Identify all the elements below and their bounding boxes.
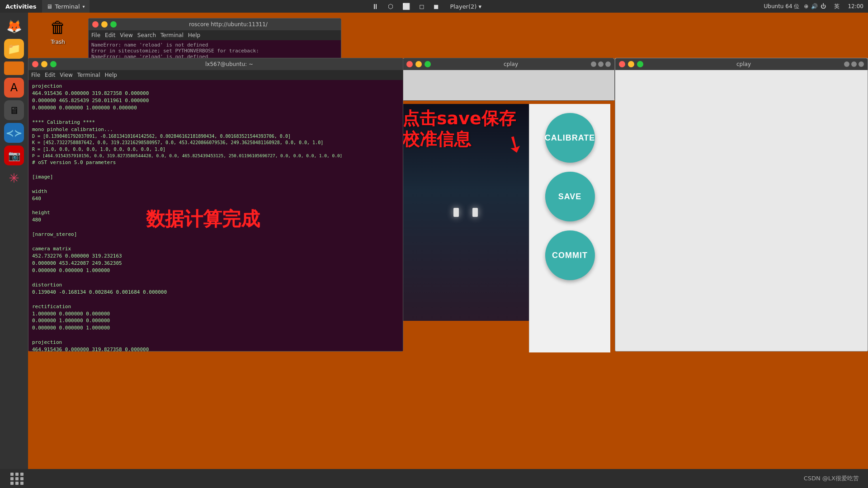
camera-view: 点击save保存 校准信息 ➘ xyxy=(402,104,529,321)
right-white-titlebar: cplay xyxy=(615,58,868,70)
cam-max-btn[interactable] xyxy=(425,61,431,67)
calibrate-button[interactable]: CALIBRATE xyxy=(545,113,595,163)
term2-menubar: File Edit View Terminal Help xyxy=(28,70,403,80)
activities-button[interactable]: Activities xyxy=(0,3,42,10)
topbar-network-icon[interactable]: ⊕ xyxy=(804,3,808,9)
term2-menu-file[interactable]: File xyxy=(31,72,40,78)
term1-max-btn[interactable] xyxy=(110,21,117,28)
rw-btn3[interactable] xyxy=(859,61,864,67)
grid-dots-icon xyxy=(10,473,24,485)
topbar-sound-icon[interactable]: 🔊 xyxy=(811,3,818,9)
dock-terminal[interactable]: 🖥 xyxy=(4,100,24,120)
cam-min-btn[interactable] xyxy=(415,61,422,67)
dock: 🦊 📁 A 🖥 ≺≻ 📷 ✳ xyxy=(0,13,28,488)
rw-btn2[interactable] xyxy=(851,61,857,67)
term2-menu-edit[interactable]: Edit xyxy=(45,72,55,78)
term1-close-btn[interactable] xyxy=(92,21,99,28)
dock-folder-orange[interactable] xyxy=(4,61,24,75)
term2-min-btn[interactable] xyxy=(41,61,47,67)
dock-software[interactable]: A xyxy=(4,78,24,98)
term2-menu-help[interactable]: Help xyxy=(105,72,117,78)
term1-menu-search[interactable]: Search xyxy=(137,32,156,38)
rw-btn1[interactable] xyxy=(844,61,849,67)
bottombar-csdn-label: CSDN @LX很爱吃苦 xyxy=(804,474,859,483)
term1-menu-view[interactable]: View xyxy=(120,32,132,38)
term2-title: lx567@ubuntu: ~ xyxy=(59,61,399,67)
topbar-right: Ubuntu 64 位 ⊕ 🔊 ⏻ 英 12:00 xyxy=(764,3,868,10)
dock-asterisk[interactable]: ✳ xyxy=(4,168,24,188)
cam-extra-btn3[interactable] xyxy=(605,61,611,67)
cam-title: cplay xyxy=(434,61,588,67)
topbar-icons-row: ⊕ 🔊 ⏻ xyxy=(804,3,826,9)
cam-light-left xyxy=(453,208,459,217)
topbar-center: ⏸ ⬡ ⬜ ◻ ◼ Player(2) ▾ xyxy=(90,2,764,11)
term1-line1: NameError: name 'reload' is not defined xyxy=(91,42,338,48)
big-completion-text: 数据计算完成 xyxy=(146,206,260,232)
annotation-line2: 校准信息 xyxy=(402,129,516,150)
topbar-icon2[interactable]: ⬡ xyxy=(388,3,393,10)
term2-menu-view[interactable]: View xyxy=(60,72,72,78)
right-white-window: cplay xyxy=(615,58,868,352)
terminal-menu-icon: 🖥 xyxy=(47,3,52,10)
term2-window: lx567@ubuntu: ~ File Edit View Terminal … xyxy=(28,58,403,352)
topbar-time: 12:00 xyxy=(848,3,863,9)
topbar-icon4[interactable]: ◻ xyxy=(419,3,425,10)
bottombar: CSDN @LX很爱吃苦 xyxy=(0,469,868,488)
apps-grid-button[interactable] xyxy=(9,470,25,487)
cam-light-right xyxy=(472,208,478,217)
dock-files[interactable]: 📁 xyxy=(4,39,24,59)
term1-menu-file[interactable]: File xyxy=(91,32,100,38)
topbar-lang[interactable]: 英 xyxy=(834,3,840,10)
topbar-terminal-section[interactable]: 🖥 Terminal ▾ xyxy=(42,0,90,13)
topbar-player-label[interactable]: Player(2) ▾ xyxy=(450,3,482,10)
camera-scene xyxy=(453,208,478,217)
cam-content xyxy=(403,70,614,100)
topbar-power-icon[interactable]: ⏻ xyxy=(821,3,826,9)
cam-titlebar: cplay xyxy=(403,58,614,70)
term1-titlebar: roscore http://ubuntu:11311/ xyxy=(89,19,341,30)
term1-menu-help[interactable]: Help xyxy=(188,32,200,38)
term1-min-btn[interactable] xyxy=(101,21,108,28)
term2-menu-terminal[interactable]: Terminal xyxy=(77,72,100,78)
term2-close-btn[interactable] xyxy=(32,61,38,67)
calib-panel: 点击save保存 校准信息 ➘ CALIBRATE SAVE COMMIT xyxy=(402,104,615,352)
topbar-ubuntu-label: Ubuntu 64 位 xyxy=(764,3,800,10)
calib-buttons-panel: CALIBRATE SAVE COMMIT xyxy=(529,104,610,352)
cam-close-btn[interactable] xyxy=(406,61,413,67)
topbar-pause-icon[interactable]: ⏸ xyxy=(372,2,379,11)
term1-window: roscore http://ubuntu:11311/ File Edit V… xyxy=(88,18,341,63)
term1-menu-edit[interactable]: Edit xyxy=(105,32,115,38)
topbar-terminal-label[interactable]: Terminal xyxy=(55,3,80,10)
topbar-icon5[interactable]: ◼ xyxy=(434,3,439,10)
annotation-line1: 点击save保存 xyxy=(402,108,516,129)
save-button[interactable]: SAVE xyxy=(545,172,595,221)
term1-menubar: File Edit View Search Terminal Help xyxy=(89,30,341,40)
term2-content[interactable]: projection 464.915436 0.000000 319.82735… xyxy=(28,80,403,351)
dock-firefox[interactable]: 🦊 xyxy=(4,16,24,36)
topbar: Activities 🖥 Terminal ▾ ⏸ ⬡ ⬜ ◻ ◼ Player… xyxy=(0,0,868,13)
trash-desktop-icon[interactable]: 🗑 Trash xyxy=(40,16,76,45)
rw-title: cplay xyxy=(646,61,841,67)
term1-line2: Error in sitecustomize; set PYTHONVERBOS… xyxy=(91,48,338,54)
cam-extra-btn2[interactable] xyxy=(598,61,604,67)
rw-max-btn[interactable] xyxy=(637,61,643,67)
cam-display-window: cplay xyxy=(402,58,615,101)
trash-icon: 🗑 xyxy=(47,16,69,38)
term2-max-btn[interactable] xyxy=(50,61,57,67)
cam-extra-btn1[interactable] xyxy=(591,61,596,67)
term1-title: roscore http://ubuntu:11311/ xyxy=(119,21,337,28)
annotation-overlay: 点击save保存 校准信息 xyxy=(402,108,516,150)
rw-close-btn[interactable] xyxy=(619,61,625,67)
commit-button[interactable]: COMMIT xyxy=(545,230,595,280)
topbar-terminal-dropdown[interactable]: ▾ xyxy=(83,4,85,9)
topbar-icon3[interactable]: ⬜ xyxy=(402,3,410,10)
dock-vscode[interactable]: ≺≻ xyxy=(4,123,24,143)
trash-label: Trash xyxy=(51,39,65,45)
term1-menu-terminal[interactable]: Terminal xyxy=(160,32,184,38)
term2-titlebar: lx567@ubuntu: ~ xyxy=(28,58,403,70)
rw-min-btn[interactable] xyxy=(628,61,634,67)
dock-camera[interactable]: 📷 xyxy=(4,145,24,165)
